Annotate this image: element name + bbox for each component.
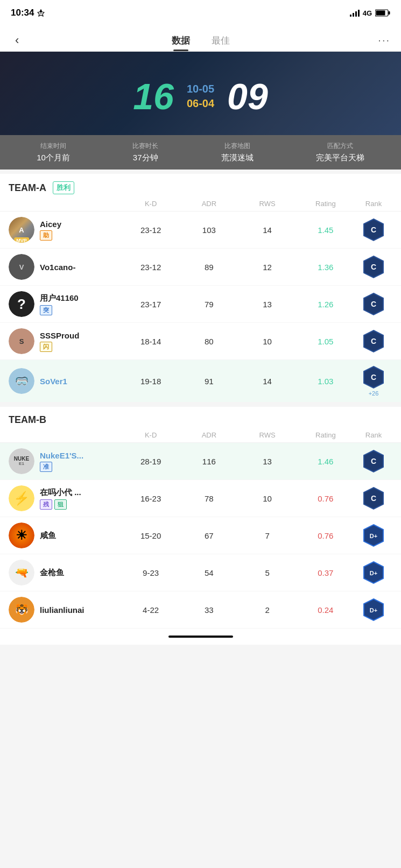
stat-rws: 14 xyxy=(238,377,297,386)
team-a-name: TEAM-A xyxy=(9,182,46,194)
player-row[interactable]: ? 用户41160 突 23-17 79 13 1.26 C xyxy=(0,286,401,323)
player-info: 🥽 SoVer1 xyxy=(9,368,122,394)
player-details: Vo1cano- xyxy=(40,263,75,272)
stat-rating: 1.46 xyxy=(297,457,355,466)
player-details: 用户41160 突 xyxy=(40,293,79,315)
svg-text:C: C xyxy=(371,457,376,465)
status-time: 10:34 xyxy=(11,8,34,18)
team-a-section: TEAM-A 胜利 K-D ADR RWS Rating Rank AMVP A… xyxy=(0,174,401,403)
score-right: 09 xyxy=(227,78,268,115)
player-name: Aicey xyxy=(40,220,61,229)
player-row[interactable]: 🔫 金枪鱼 9-23 54 5 0.37 D+ xyxy=(0,554,401,591)
team-a-badge: 胜利 xyxy=(53,181,74,194)
col-rating-b: Rating xyxy=(297,431,355,439)
player-details: NukeE1'S... 准 xyxy=(40,451,83,472)
player-tags: 助 xyxy=(40,230,61,241)
team-b-name: TEAM-B xyxy=(9,414,46,426)
stat-rating: 0.76 xyxy=(297,531,355,540)
duration-value: 37分钟 xyxy=(133,153,158,163)
duration-label: 比赛时长 xyxy=(132,142,158,151)
team-b-col-headers: K-D ADR RWS Rating Rank xyxy=(0,431,401,443)
col-rating-a: Rating xyxy=(297,200,355,208)
stat-rating: 0.76 xyxy=(297,494,355,503)
scroll-indicator xyxy=(168,636,233,638)
stat-adr: 116 xyxy=(180,457,238,466)
col-kd-a: K-D xyxy=(122,200,180,208)
player-row[interactable]: S SSSProud 闪 18-14 80 10 1.05 C xyxy=(0,323,401,360)
player-name: Vo1cano- xyxy=(40,263,75,272)
team-a-col-headers: K-D ADR RWS Rating Rank xyxy=(0,200,401,211)
signal-bars xyxy=(350,9,360,17)
back-button[interactable]: ‹ xyxy=(11,31,23,50)
player-row[interactable]: 🥽 SoVer1 19-18 91 14 1.03 C +26 xyxy=(0,360,401,403)
col-rws-b: RWS xyxy=(238,431,297,439)
player-row[interactable]: NUKEE1 NukeE1'S... 准 28-19 116 13 1.46 C xyxy=(0,443,401,480)
stat-adr: 54 xyxy=(180,568,238,577)
player-row[interactable]: AMVP Aicey 助 23-12 103 14 1.45 C xyxy=(0,211,401,249)
rank-cell: C xyxy=(355,255,392,279)
col-kd-b: K-D xyxy=(122,431,180,439)
col-adr-b: ADR xyxy=(180,431,238,439)
score-left: 16 xyxy=(133,78,174,115)
player-name: SoVer1 xyxy=(40,377,67,386)
svg-text:C: C xyxy=(371,337,376,345)
stat-adr: 67 xyxy=(180,531,238,540)
rank-cell: C xyxy=(355,449,392,473)
nav-bar: ‹ 数据 最佳 ··· xyxy=(0,24,401,52)
player-row[interactable]: V Vo1cano- 23-12 89 12 1.36 C xyxy=(0,249,401,286)
mode-label: 匹配方式 xyxy=(327,142,353,151)
signal-4g-label: 4G xyxy=(363,9,372,17)
player-info: ⚡ 在吗小代 ... 残狙 xyxy=(9,485,122,511)
match-info-bar: 结束时间 10个月前 比赛时长 37分钟 比赛地图 荒漠迷城 匹配方式 完美平台… xyxy=(0,135,401,170)
col-rws-a: RWS xyxy=(238,200,297,208)
rank-plus: +26 xyxy=(369,390,379,397)
match-mode: 匹配方式 完美平台天梯 xyxy=(316,142,364,163)
stat-kd: 16-23 xyxy=(122,494,180,503)
col-rank-b: Rank xyxy=(355,431,392,439)
player-details: SSSProud 闪 xyxy=(40,331,79,352)
bottom-bar xyxy=(0,629,401,645)
player-info: NUKEE1 NukeE1'S... 准 xyxy=(9,448,122,474)
battery-icon xyxy=(375,9,390,17)
rank-cell: D+ xyxy=(355,561,392,584)
player-row[interactable]: ☀ 咸鱼 15-20 67 7 0.76 D+ xyxy=(0,517,401,554)
map-label: 比赛地图 xyxy=(224,142,250,151)
rank-cell: C xyxy=(355,329,392,353)
svg-text:C: C xyxy=(371,225,376,234)
player-name: 金枪鱼 xyxy=(40,568,64,578)
stat-rws: 14 xyxy=(238,225,297,235)
location-icon xyxy=(37,9,45,17)
stat-kd: 15-20 xyxy=(122,531,180,540)
nav-tabs: 数据 最佳 xyxy=(172,29,230,51)
stat-rws: 13 xyxy=(238,457,297,466)
svg-text:C: C xyxy=(371,300,376,308)
status-icons: 4G xyxy=(350,9,390,17)
player-row[interactable]: ⚡ 在吗小代 ... 残狙 16-23 78 10 0.76 C xyxy=(0,480,401,517)
team-a-header: TEAM-A 胜利 xyxy=(0,174,401,200)
player-name: 咸鱼 xyxy=(40,531,56,541)
stat-kd: 23-17 xyxy=(122,300,180,309)
stat-kd: 9-23 xyxy=(122,568,180,577)
svg-text:D+: D+ xyxy=(370,533,377,539)
more-button[interactable]: ··· xyxy=(378,34,390,46)
stat-rating: 1.03 xyxy=(297,377,355,386)
player-tags: 闪 xyxy=(40,342,79,352)
stat-rws: 7 xyxy=(238,531,297,540)
stat-kd: 28-19 xyxy=(122,457,180,466)
tab-data[interactable]: 数据 xyxy=(172,34,190,51)
stat-rws: 2 xyxy=(238,605,297,615)
stat-adr: 91 xyxy=(180,377,238,386)
stat-rws: 12 xyxy=(238,263,297,272)
player-name: SSSProud xyxy=(40,331,79,340)
player-tags: 突 xyxy=(40,305,79,315)
stat-rws: 5 xyxy=(238,568,297,577)
tab-best[interactable]: 最佳 xyxy=(212,34,230,51)
rank-cell: D+ xyxy=(355,598,392,622)
player-info: 🐯 liulianliunai xyxy=(9,597,122,623)
player-row[interactable]: 🐯 liulianliunai 4-22 33 2 0.24 D+ xyxy=(0,591,401,629)
player-tags: 残狙 xyxy=(40,499,81,510)
player-details: 在吗小代 ... 残狙 xyxy=(40,488,81,510)
stat-rating: 1.26 xyxy=(297,300,355,309)
rank-cell: D+ xyxy=(355,524,392,547)
team-a-players: AMVP Aicey 助 23-12 103 14 1.45 C V Vo1ca… xyxy=(0,211,401,403)
